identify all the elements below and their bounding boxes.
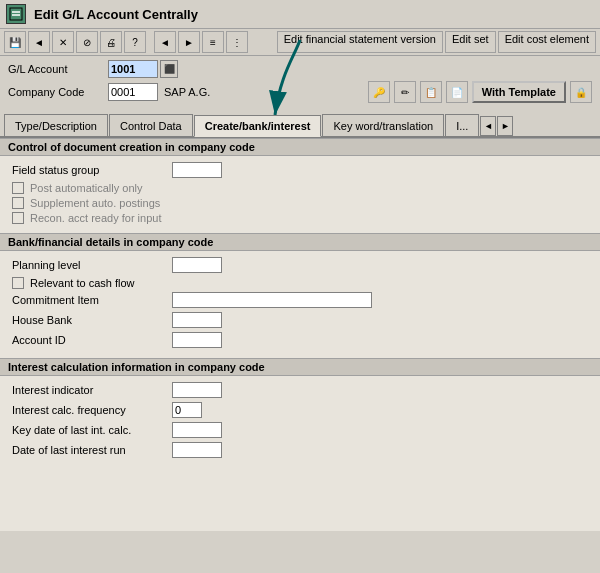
recon-acct-label: Recon. acct ready for input — [30, 212, 161, 224]
section-interest-calc-header: Interest calculation information in comp… — [0, 358, 600, 376]
header-fields: G/L Account ⬛ Company Code SAP A.G. 🔑 ✏ … — [0, 56, 600, 110]
section-bank-financial-header: Bank/financial details in company code — [0, 233, 600, 251]
section-bank-financial-content: Planning level Relevant to cash flow Com… — [0, 251, 600, 358]
field-status-group-input[interactable] — [172, 162, 222, 178]
company-code-label: Company Code — [8, 86, 108, 98]
gl-account-input[interactable] — [108, 60, 158, 78]
tab-scroll-right[interactable]: ► — [497, 116, 513, 136]
edit-set-btn[interactable]: Edit set — [445, 31, 496, 53]
field-status-group-row: Field status group — [12, 162, 588, 178]
exit-btn[interactable]: ✕ — [52, 31, 74, 53]
tab-type-description[interactable]: Type/Description — [4, 114, 108, 136]
gl-account-row: G/L Account ⬛ — [8, 60, 592, 78]
save-btn[interactable]: 💾 — [4, 31, 26, 53]
last-interest-run-label: Date of last interest run — [12, 444, 172, 456]
planning-level-label: Planning level — [12, 259, 172, 271]
company-code-input[interactable] — [108, 83, 158, 101]
edit-financial-btn[interactable]: Edit financial statement version — [277, 31, 443, 53]
tab-i[interactable]: I... — [445, 114, 479, 136]
planning-level-row: Planning level — [12, 257, 588, 273]
interest-freq-label: Interest calc. frequency — [12, 404, 172, 416]
section-bank-financial: Bank/financial details in company code P… — [0, 233, 600, 358]
recon-acct-checkbox — [12, 212, 24, 224]
prev-btn[interactable]: ◄ — [154, 31, 176, 53]
page-title: Edit G/L Account Centrally — [34, 7, 198, 22]
main-content: Control of document creation in company … — [0, 138, 600, 531]
print-btn[interactable]: 🖨 — [100, 31, 122, 53]
section-doc-creation-header: Control of document creation in company … — [0, 138, 600, 156]
last-interest-run-input[interactable] — [172, 442, 222, 458]
interest-indicator-label: Interest indicator — [12, 384, 172, 396]
company-code-row: Company Code SAP A.G. 🔑 ✏ 📋 📄 With Templ… — [8, 81, 592, 103]
section-doc-creation-content: Field status group Post automatically on… — [0, 156, 600, 233]
house-bank-input[interactable] — [172, 312, 222, 328]
account-id-label: Account ID — [12, 334, 172, 346]
cash-flow-checkbox — [12, 277, 24, 289]
commitment-item-row: Commitment Item — [12, 292, 588, 308]
list-btn[interactable]: ≡ — [202, 31, 224, 53]
copy-icon-btn[interactable]: 📋 — [420, 81, 442, 103]
commitment-item-label: Commitment Item — [12, 294, 172, 306]
tab-keyword-translation[interactable]: Key word/translation — [322, 114, 444, 136]
cash-flow-label: Relevant to cash flow — [30, 277, 135, 289]
key-icon-btn[interactable]: 🔑 — [368, 81, 390, 103]
interest-indicator-input[interactable] — [172, 382, 222, 398]
planning-level-input[interactable] — [172, 257, 222, 273]
account-id-row: Account ID — [12, 332, 588, 348]
house-bank-label: House Bank — [12, 314, 172, 326]
recon-acct-row: Recon. acct ready for input — [12, 212, 588, 224]
more-btn[interactable]: ⋮ — [226, 31, 248, 53]
section-interest-calc-content: Interest indicator Interest calc. freque… — [0, 376, 600, 468]
cash-flow-row: Relevant to cash flow — [12, 277, 588, 289]
lock-icon-btn[interactable]: 🔒 — [570, 81, 592, 103]
section-doc-creation: Control of document creation in company … — [0, 138, 600, 233]
cancel-btn[interactable]: ⊘ — [76, 31, 98, 53]
supplement-auto-checkbox — [12, 197, 24, 209]
account-id-input[interactable] — [172, 332, 222, 348]
section-interest-calc: Interest calculation information in comp… — [0, 358, 600, 468]
post-automatically-checkbox — [12, 182, 24, 194]
tab-create-bank-interest[interactable]: Create/bank/interest — [194, 115, 322, 137]
post-automatically-row: Post automatically only — [12, 182, 588, 194]
interest-freq-row: Interest calc. frequency — [12, 402, 588, 418]
edit-icon-btn[interactable]: ✏ — [394, 81, 416, 103]
gl-account-label: G/L Account — [8, 63, 108, 75]
key-date-label: Key date of last int. calc. — [12, 424, 172, 436]
supplement-auto-row: Supplement auto. postings — [12, 197, 588, 209]
interest-freq-input[interactable] — [172, 402, 202, 418]
interest-indicator-row: Interest indicator — [12, 382, 588, 398]
title-bar: Edit G/L Account Centrally — [0, 0, 600, 29]
doc-icon-btn[interactable]: 📄 — [446, 81, 468, 103]
tab-control-data[interactable]: Control Data — [109, 114, 193, 136]
with-template-button[interactable]: With Template — [472, 81, 566, 103]
key-date-row: Key date of last int. calc. — [12, 422, 588, 438]
tab-scroll-left[interactable]: ◄ — [480, 116, 496, 136]
app-icon — [6, 4, 26, 24]
tabs-area: Type/Description Control Data Create/ban… — [0, 110, 600, 138]
key-date-input[interactable] — [172, 422, 222, 438]
field-status-group-label: Field status group — [12, 164, 172, 176]
last-interest-run-row: Date of last interest run — [12, 442, 588, 458]
house-bank-row: House Bank — [12, 312, 588, 328]
commitment-item-input[interactable] — [172, 292, 372, 308]
edit-cost-btn[interactable]: Edit cost element — [498, 31, 596, 53]
next-btn[interactable]: ► — [178, 31, 200, 53]
company-code-name: SAP A.G. — [164, 86, 210, 98]
toolbar-row1: 💾 ◄ ✕ ⊘ 🖨 ? ◄ ► ≡ ⋮ Edit financial state… — [0, 29, 600, 56]
svg-rect-0 — [10, 8, 22, 20]
back-btn[interactable]: ◄ — [28, 31, 50, 53]
help-btn[interactable]: ? — [124, 31, 146, 53]
post-automatically-label: Post automatically only — [30, 182, 143, 194]
gl-account-search-btn[interactable]: ⬛ — [160, 60, 178, 78]
supplement-auto-label: Supplement auto. postings — [30, 197, 160, 209]
